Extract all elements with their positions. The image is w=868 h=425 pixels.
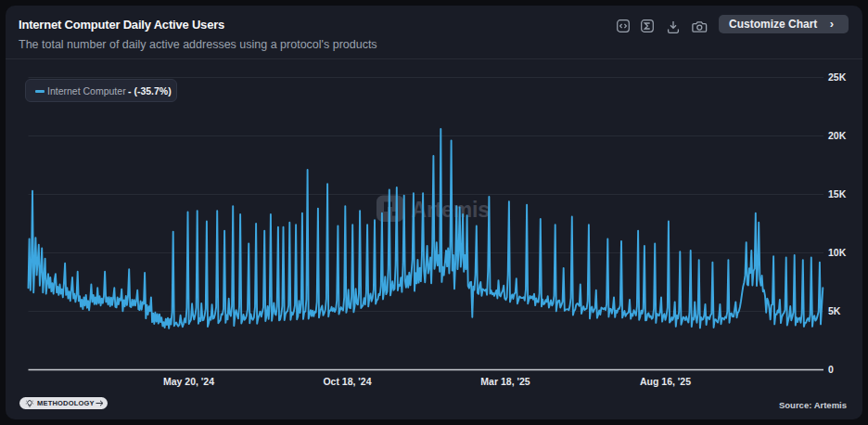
svg-text:10K: 10K — [828, 247, 847, 258]
svg-text:5K: 5K — [828, 305, 841, 316]
svg-text:0: 0 — [828, 364, 834, 375]
svg-text:20K: 20K — [828, 130, 847, 141]
svg-text:Oct 18, '24: Oct 18, '24 — [323, 376, 371, 387]
svg-text:Aug 16, '25: Aug 16, '25 — [640, 376, 691, 387]
svg-text:Mar 18, '25: Mar 18, '25 — [480, 376, 530, 387]
svg-text:25K: 25K — [828, 71, 847, 83]
svg-text:May 20, '24: May 20, '24 — [163, 376, 214, 387]
svg-text:15K: 15K — [828, 188, 847, 200]
